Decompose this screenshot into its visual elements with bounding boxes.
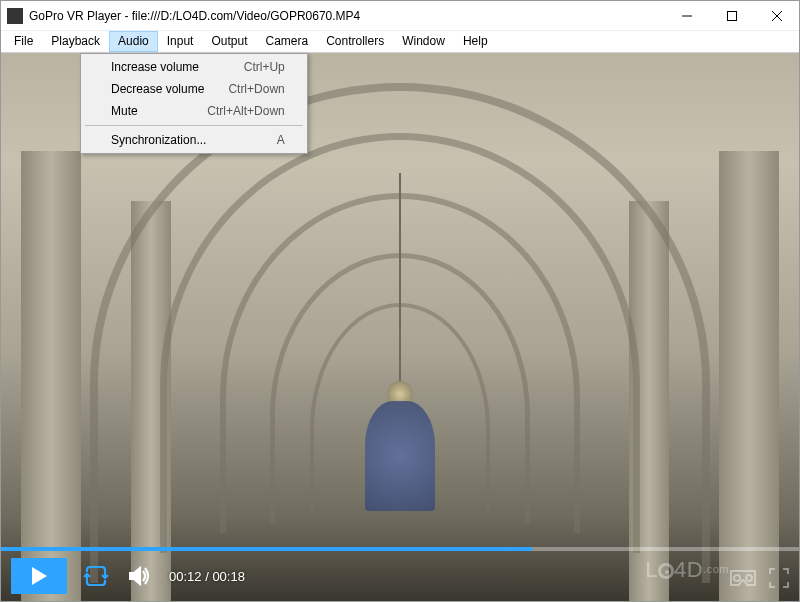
timecode: 00:12 / 00:18 [169,569,245,584]
vr-cardboard-icon [729,568,757,588]
dropdown-mute[interactable]: Mute Ctrl+Alt+Down [83,100,305,122]
title-separator: - [121,9,132,23]
player-controls: 00:12 / 00:18 [1,551,799,601]
minimize-icon [682,11,692,21]
scene-stained-glass [365,401,435,511]
loop-icon [83,566,109,586]
titlebar: GoPro VR Player - file:///D:/LO4D.com/Vi… [1,1,799,31]
time-separator: / [202,569,213,584]
window-controls [664,1,799,31]
right-tool-icons [729,568,789,591]
close-icon [772,11,782,21]
app-icon [7,8,23,24]
menu-audio[interactable]: Audio [109,31,158,52]
current-time: 00:12 [169,569,202,584]
file-path-label: file:///D:/LO4D.com/Video/GOPR0670.MP4 [132,9,361,23]
dropdown-item-shortcut: Ctrl+Up [244,60,285,74]
svg-point-7 [746,575,752,581]
dropdown-decrease-volume[interactable]: Decrease volume Ctrl+Down [83,78,305,100]
dropdown-item-shortcut: Ctrl+Alt+Down [207,104,284,118]
dropdown-item-label: Synchronization... [111,133,206,147]
fullscreen-button[interactable] [769,568,789,591]
vr-cardboard-button[interactable] [729,568,757,591]
duration: 00:18 [212,569,245,584]
dropdown-item-label: Increase volume [111,60,199,74]
svg-point-6 [734,575,740,581]
dropdown-item-label: Decrease volume [111,82,204,96]
close-button[interactable] [754,1,799,31]
volume-icon [129,566,151,586]
dropdown-increase-volume[interactable]: Increase volume Ctrl+Up [83,56,305,78]
dropdown-item-shortcut: Ctrl+Down [228,82,284,96]
scene-chandelier [399,173,401,393]
dropdown-item-shortcut: A [277,133,285,147]
svg-marker-4 [32,567,47,585]
menu-file[interactable]: File [5,31,42,52]
app-window: GoPro VR Player - file:///D:/LO4D.com/Vi… [0,0,800,602]
loop-button[interactable] [81,561,111,591]
play-button[interactable] [11,558,67,594]
menu-window[interactable]: Window [393,31,454,52]
window-title: GoPro VR Player - file:///D:/LO4D.com/Vi… [29,9,360,23]
titlebar-left: GoPro VR Player - file:///D:/LO4D.com/Vi… [1,8,360,24]
svg-marker-5 [130,568,140,584]
audio-dropdown: Increase volume Ctrl+Up Decrease volume … [80,53,308,154]
menu-input[interactable]: Input [158,31,203,52]
menu-controllers[interactable]: Controllers [317,31,393,52]
app-name-label: GoPro VR Player [29,9,121,23]
minimize-button[interactable] [664,1,709,31]
menubar: File Playback Audio Input Output Camera … [1,31,799,53]
volume-button[interactable] [125,561,155,591]
maximize-icon [727,11,737,21]
menu-output[interactable]: Output [202,31,256,52]
fullscreen-icon [769,568,789,588]
menu-camera[interactable]: Camera [256,31,317,52]
svg-rect-1 [727,11,736,20]
maximize-button[interactable] [709,1,754,31]
dropdown-separator [85,125,303,126]
dropdown-item-label: Mute [111,104,138,118]
play-icon [30,566,48,586]
dropdown-synchronization[interactable]: Synchronization... A [83,129,305,151]
menu-playback[interactable]: Playback [42,31,109,52]
menu-help[interactable]: Help [454,31,497,52]
